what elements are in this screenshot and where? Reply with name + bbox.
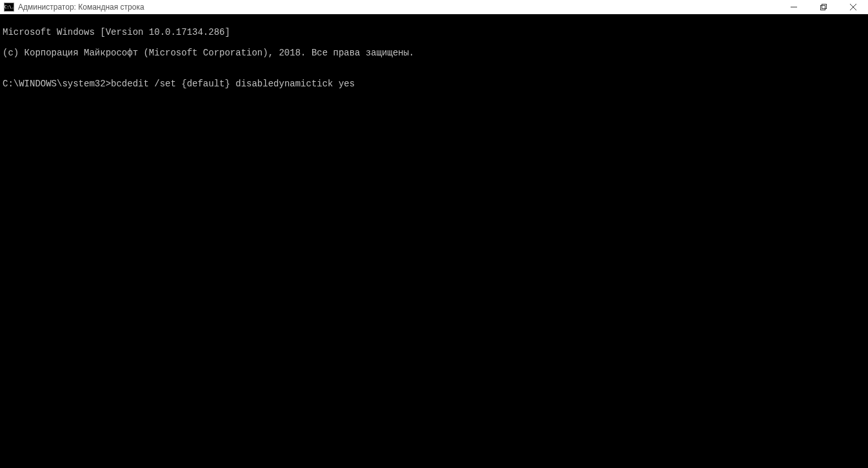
terminal-area[interactable]: Microsoft Windows [Version 10.0.17134.28…: [0, 14, 868, 468]
terminal-line-copyright: (c) Корпорация Майкрософт (Microsoft Cor…: [3, 48, 865, 58]
terminal-command[interactable]: bcdedit /set {default} disabledynamictic…: [111, 79, 355, 89]
cmd-icon: C:\.: [4, 3, 14, 12]
minimize-button[interactable]: [779, 0, 809, 14]
maximize-icon: [820, 4, 827, 10]
maximize-button[interactable]: [809, 0, 838, 14]
terminal-prompt-line: C:\WINDOWS\system32>bcdedit /set {defaul…: [3, 79, 865, 89]
svg-rect-1: [821, 6, 825, 10]
window-title: Администратор: Командная строка: [18, 3, 144, 12]
close-button[interactable]: [838, 0, 868, 14]
titlebar-left: C:\. Администратор: Командная строка: [4, 3, 144, 12]
minimize-icon: [791, 4, 797, 10]
close-icon: [850, 4, 856, 10]
svg-rect-2: [822, 5, 827, 9]
titlebar[interactable]: C:\. Администратор: Командная строка: [0, 0, 868, 14]
window-controls: [779, 0, 868, 14]
terminal-line-version: Microsoft Windows [Version 10.0.17134.28…: [3, 27, 865, 37]
terminal-prompt: C:\WINDOWS\system32>: [3, 79, 111, 89]
